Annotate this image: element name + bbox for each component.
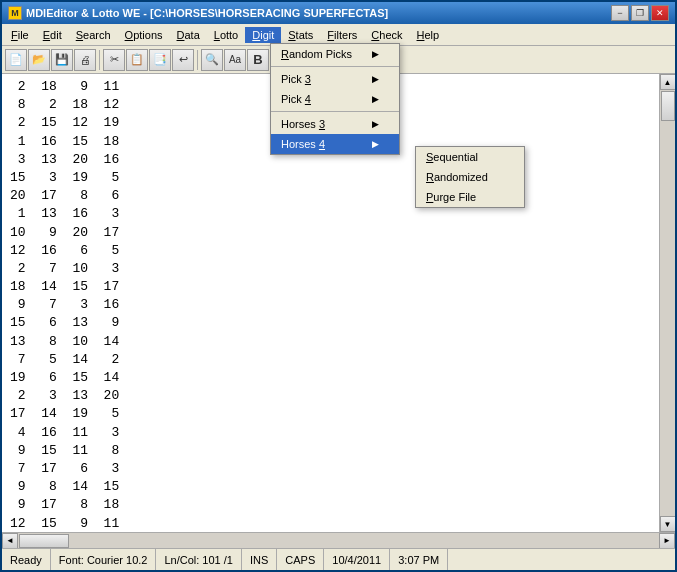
menu-filters[interactable]: Filters	[320, 27, 364, 43]
close-button[interactable]: ✕	[651, 5, 669, 21]
status-caps: CAPS	[277, 549, 324, 570]
menu-data[interactable]: Data	[170, 27, 207, 43]
toolbar-open[interactable]: 📂	[28, 49, 50, 71]
title-bar: M MDIEditor & Lotto WE - [C:\HORSES\HORS…	[2, 2, 675, 24]
status-position: Ln/Col: 101 /1	[156, 549, 242, 570]
status-date: 10/4/2011	[324, 549, 390, 570]
editor[interactable]: 2 18 9 11 8 2 18 12 2 15 12 19 1 16 15 1…	[2, 74, 659, 532]
menu-file[interactable]: File	[4, 27, 36, 43]
toolbar: 📄 📂 💾 🖨 ✂ 📋 📑 ↩ 🔍 Aa B	[2, 46, 675, 74]
toolbar-new[interactable]: 📄	[5, 49, 27, 71]
toolbar-save[interactable]: 💾	[51, 49, 73, 71]
toolbar-bold[interactable]: B	[247, 49, 269, 71]
content-area: 2 18 9 11 8 2 18 12 2 15 12 19 1 16 15 1…	[2, 74, 675, 532]
status-ins: INS	[242, 549, 277, 570]
scroll-down-button[interactable]: ▼	[660, 516, 676, 532]
toolbar-cut[interactable]: ✂	[103, 49, 125, 71]
menu-help[interactable]: Help	[410, 27, 447, 43]
scroll-up-button[interactable]: ▲	[660, 74, 676, 90]
scrollbar-vertical[interactable]: ▲ ▼	[659, 74, 675, 532]
menu-bar: File Edit Search Options Data Lotto Digi…	[2, 24, 675, 46]
menu-lotto[interactable]: Lotto	[207, 27, 245, 43]
toolbar-sep-2	[197, 50, 198, 70]
status-font: Font: Courier 10.2	[51, 549, 157, 570]
toolbar-aa[interactable]: Aa	[224, 49, 246, 71]
restore-button[interactable]: ❐	[631, 5, 649, 21]
status-time: 3:07 PM	[390, 549, 448, 570]
status-ready: Ready	[6, 549, 51, 570]
toolbar-print[interactable]: 🖨	[74, 49, 96, 71]
menu-edit[interactable]: Edit	[36, 27, 69, 43]
toolbar-undo[interactable]: ↩	[172, 49, 194, 71]
scroll-thumb[interactable]	[661, 91, 675, 121]
menu-digit[interactable]: Digit	[245, 27, 281, 43]
menu-options[interactable]: Options	[118, 27, 170, 43]
scroll-thumb-h[interactable]	[19, 534, 69, 548]
title-controls: − ❐ ✕	[611, 5, 669, 21]
toolbar-copy[interactable]: 📋	[126, 49, 148, 71]
scroll-track-h[interactable]	[18, 533, 659, 549]
app-icon: M	[8, 6, 22, 20]
window-title: MDIEditor & Lotto WE - [C:\HORSES\HORSER…	[26, 7, 388, 19]
toolbar-paste[interactable]: 📑	[149, 49, 171, 71]
status-bar: Ready Font: Courier 10.2 Ln/Col: 101 /1 …	[2, 548, 675, 570]
toolbar-find[interactable]: 🔍	[201, 49, 223, 71]
toolbar-sep-1	[99, 50, 100, 70]
scroll-left-button[interactable]: ◄	[2, 533, 18, 549]
scrollbar-horizontal[interactable]: ◄ ►	[2, 532, 675, 548]
menu-stats[interactable]: Stats	[281, 27, 320, 43]
minimize-button[interactable]: −	[611, 5, 629, 21]
main-window: M MDIEditor & Lotto WE - [C:\HORSES\HORS…	[0, 0, 677, 572]
menu-search[interactable]: Search	[69, 27, 118, 43]
title-bar-left: M MDIEditor & Lotto WE - [C:\HORSES\HORS…	[8, 6, 388, 20]
scroll-track[interactable]	[660, 90, 676, 516]
scroll-right-button[interactable]: ►	[659, 533, 675, 549]
menu-check[interactable]: Check	[364, 27, 409, 43]
